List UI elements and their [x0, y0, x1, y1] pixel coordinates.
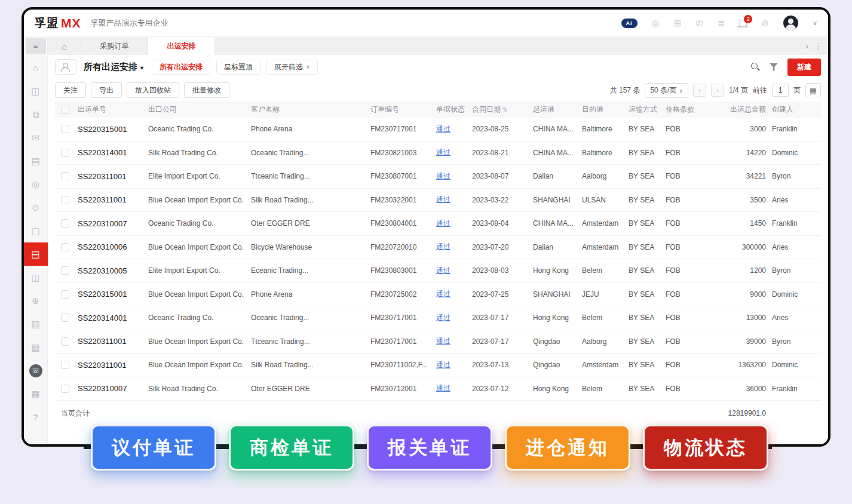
sidebar-item-contacts[interactable]: ◫ [24, 79, 48, 103]
assignee-filter-icon[interactable] [55, 59, 76, 75]
status-link[interactable]: 通过 [436, 195, 450, 204]
column-settings-icon[interactable]: ▦ [805, 83, 821, 97]
create-new-button[interactable]: 新建 [787, 59, 821, 76]
table-row[interactable]: SS220310005Elite Import Export Co.Eceani… [55, 259, 821, 283]
row-checkbox[interactable] [61, 149, 69, 157]
table-cell: Aalborg [582, 172, 629, 180]
filter-pill-0[interactable]: 所有出运安排 [152, 60, 210, 75]
toolbar-button-3[interactable]: 批量修改 [184, 82, 229, 98]
sidebar-item-crm[interactable]: ◎ [24, 173, 48, 196]
table-cell: 2023-08-03 [472, 266, 533, 275]
table-row[interactable]: SS220315001Oceanic Trading Co.Phone Aren… [55, 118, 821, 142]
sidebar-item-reports[interactable]: ▦ [24, 336, 48, 359]
menu-toggle-icon[interactable]: ≡ [26, 38, 46, 54]
table-row[interactable]: SS220311001Blue Ocean Import Export Co.T… [55, 330, 821, 354]
tab-1[interactable]: 出运安排 [148, 37, 215, 55]
help-icon[interactable]: ⊘ [761, 18, 769, 29]
next-page-button[interactable]: › [711, 84, 724, 97]
ai-assistant-badge[interactable]: AI [621, 19, 638, 28]
table-cell: FOB [666, 361, 707, 369]
sidebar-item-logistics[interactable]: ⊕ [24, 289, 48, 312]
home-icon[interactable]: ⌂ [48, 37, 81, 55]
status-link[interactable]: 通过 [436, 290, 450, 298]
toolbar-button-1[interactable]: 导出 [91, 82, 122, 98]
row-checkbox[interactable] [61, 314, 69, 322]
status-link[interactable]: 通过 [436, 219, 450, 228]
workflow-button-4[interactable]: 物流状态 [643, 425, 768, 471]
row-checkbox[interactable] [61, 266, 69, 275]
table-row[interactable]: SS220314001Oceanic Trading Co.Oceanic Tr… [55, 306, 821, 330]
workflow-button-0[interactable]: 议付单证 [91, 425, 216, 471]
table-row[interactable]: SS220314001Silk Road Trading Co.Oceanic … [55, 142, 821, 165]
table-cell: Hong Kong [533, 266, 582, 275]
table-cell: Oceanic Trading... [251, 149, 370, 157]
status-link[interactable]: 通过 [436, 266, 450, 275]
status-link[interactable]: 通过 [436, 148, 450, 156]
row-checkbox[interactable] [61, 361, 69, 369]
sidebar-item-shipping[interactable]: ▤ [24, 242, 48, 266]
table-row[interactable]: SS220310007Silk Road Trading Co.Oter EGG… [55, 377, 821, 401]
sort-icon[interactable]: ⇅ [502, 106, 507, 113]
search-icon[interactable] [750, 62, 760, 72]
row-checkbox[interactable] [61, 243, 69, 251]
header-icon-group: AI ◎⊞✆≣ 2 ⊘ ∨ [621, 16, 817, 30]
table-row[interactable]: SS220311001Blue Ocean Import Export Co.S… [55, 354, 821, 377]
table-row[interactable]: SS220311001Blue Ocean Import Export Co.S… [55, 189, 821, 213]
workflow-button-2[interactable]: 报关单证 [367, 425, 492, 471]
status-link[interactable]: 通过 [436, 125, 450, 133]
row-checkbox[interactable] [61, 172, 69, 180]
sidebar-item-company[interactable]: ▤ [24, 149, 48, 173]
filter-pill-1[interactable]: 星标置顶 [216, 60, 260, 75]
sidebar-item-help[interactable]: ? [24, 405, 48, 429]
sidebar-item-marketing[interactable]: ⊙ [24, 196, 48, 219]
tab-scroll-right-icon[interactable]: › [806, 42, 808, 51]
status-link[interactable]: 通过 [436, 314, 450, 322]
toolbar-button-2[interactable]: 放入回收站 [127, 82, 179, 98]
status-link[interactable]: 通过 [436, 242, 450, 251]
table-row[interactable]: SS220310006Blue Ocean Import Export Co.B… [55, 236, 821, 260]
sidebar-item-organization[interactable]: ⧉ [24, 103, 48, 126]
row-checkbox[interactable] [61, 196, 69, 204]
status-link[interactable]: 通过 [436, 361, 450, 369]
row-checkbox[interactable] [61, 337, 69, 346]
notification-bell-icon[interactable]: 2 [739, 20, 747, 26]
table-row[interactable]: SS220315001Blue Ocean Import Export Co.P… [55, 283, 821, 307]
device-icon[interactable]: ✆ [695, 18, 703, 29]
status-link[interactable]: 通过 [436, 384, 450, 392]
sidebar-item-home[interactable]: ⌂ [24, 56, 48, 79]
table-row[interactable]: SS220311001Elite Import Export Co.Ttcean… [55, 165, 821, 189]
toolbar-button-0[interactable]: 关注 [55, 82, 86, 98]
row-checkbox[interactable] [61, 290, 69, 299]
tab-0[interactable]: 采购订单 [81, 37, 148, 55]
table-cell: 通过 [436, 124, 472, 134]
workflow-button-1[interactable]: 商检单证 [229, 425, 354, 471]
chevron-down-icon[interactable]: ∨ [813, 19, 817, 27]
table-row[interactable]: SS220310007Oceanic Trading Co.Oter EGGER… [55, 212, 821, 236]
filter-pill-2[interactable]: 展开筛选∨ [266, 60, 318, 75]
tab-more-icon[interactable]: ⋮ [814, 42, 822, 51]
sidebar-item-documents[interactable]: ◫ [24, 266, 48, 289]
workflow-button-3[interactable]: 进仓通知 [505, 425, 630, 471]
select-all-checkbox[interactable] [61, 106, 69, 114]
column-header[interactable]: 合同日期⇅ [472, 105, 533, 115]
status-link[interactable]: 通过 [436, 337, 450, 345]
user-avatar[interactable] [783, 16, 798, 30]
sidebar-item-mail[interactable]: ✉ [24, 126, 48, 149]
row-checkbox[interactable] [61, 385, 69, 393]
row-checkbox[interactable] [61, 219, 69, 228]
status-link[interactable]: 通过 [436, 172, 450, 180]
sidebar-item-finance[interactable]: ▥ [24, 312, 48, 336]
filter-funnel-icon[interactable] [770, 63, 778, 71]
list-icon[interactable]: ≣ [718, 18, 725, 29]
prev-page-button[interactable]: ‹ [693, 84, 706, 97]
headset-icon[interactable]: ◎ [652, 18, 660, 29]
goto-page-input[interactable] [772, 84, 789, 97]
apps-grid-icon[interactable]: ⊞ [674, 18, 682, 29]
row-checkbox[interactable] [61, 125, 69, 133]
view-selector-dropdown[interactable]: 所有出运安排▼ [84, 62, 145, 73]
sidebar-item-products[interactable]: ▢ [24, 219, 48, 242]
sidebar-item-calendar[interactable]: ▦ [24, 382, 48, 405]
table-cell: BY SEA [629, 243, 666, 251]
page-size-select[interactable]: 50 条/页∨ [645, 83, 688, 98]
sidebar-item-support[interactable]: ☏ [24, 359, 48, 382]
